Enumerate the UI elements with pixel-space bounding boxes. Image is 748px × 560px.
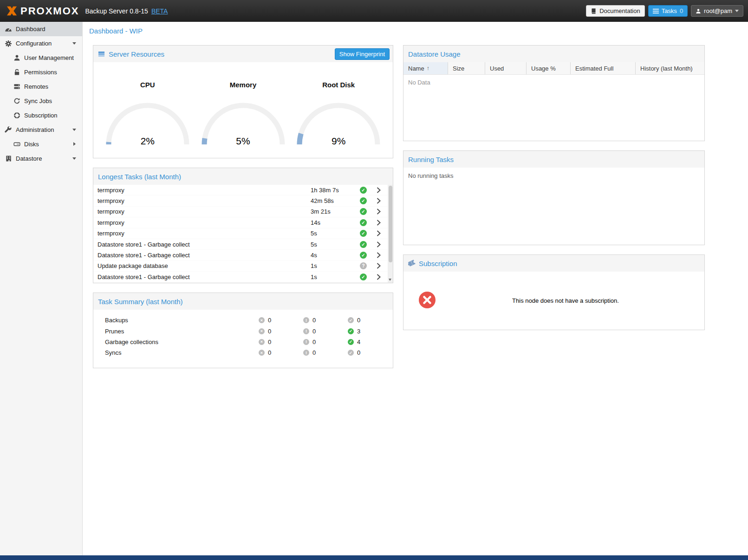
task-row[interactable]: Datastore store1 - Garbage collect 5s ✓ (93, 239, 388, 250)
wrench-icon (5, 126, 12, 134)
gauge-label: CPU (140, 81, 155, 89)
chevron-down-icon[interactable] (72, 157, 76, 160)
refresh-icon (13, 98, 20, 105)
chevron-right-icon[interactable] (377, 198, 388, 204)
chevron-down-icon[interactable] (72, 42, 76, 45)
resource-bars-icon (98, 50, 105, 58)
book-icon (591, 8, 597, 14)
beta-link[interactable]: BETA (151, 7, 168, 15)
status-ok-icon: ✓ (360, 219, 367, 226)
documentation-label: Documentation (599, 7, 640, 14)
sidebar-item-label: Disks (24, 141, 39, 148)
error-count: 0 (268, 349, 271, 356)
ok-count: 0 (357, 317, 360, 324)
warning-count: 0 (312, 339, 316, 345)
summary-row: Syncs ×0 !0 ✓0 (105, 347, 393, 358)
status-unknown-icon: ? (360, 262, 367, 269)
user-menu-button[interactable]: root@pam (691, 5, 743, 17)
summary-row: Garbage collections ×0 !0 ✓4 (105, 337, 393, 347)
chevron-down-icon[interactable] (72, 129, 76, 131)
chevron-right-icon[interactable] (377, 208, 388, 215)
task-row[interactable]: termproxy 42m 58s ✓ (93, 195, 388, 206)
chevron-right-icon[interactable] (377, 230, 388, 236)
warning-icon: ! (303, 350, 309, 356)
sidebar-item-configuration[interactable]: Configuration (0, 36, 82, 51)
error-icon: × (259, 317, 265, 323)
task-row[interactable]: Update package database 1s ? (93, 261, 388, 272)
task-name: termproxy (98, 230, 311, 237)
scrollbar-down-arrow-icon[interactable] (389, 279, 391, 281)
chevron-right-icon[interactable] (377, 263, 388, 269)
task-duration: 5s (311, 241, 360, 248)
status-ok-icon: ✓ (360, 230, 367, 237)
server-icon (13, 83, 20, 91)
sidebar-item-label: Remotes (24, 83, 48, 90)
task-duration: 1s (311, 273, 360, 280)
sidebar-item-label: Subscription (24, 112, 58, 119)
error-icon: × (259, 339, 265, 345)
sidebar-item-label: Datastore (16, 155, 42, 162)
task-name: Update package database (98, 262, 311, 269)
scrollbar-thumb[interactable] (389, 186, 392, 262)
chevron-right-icon[interactable] (73, 142, 76, 146)
column-header-estimated-full[interactable]: Estimated Full (571, 62, 636, 74)
column-header-used[interactable]: Used (485, 62, 527, 74)
warning-icon: ! (303, 328, 309, 334)
column-header-usage-pct[interactable]: Usage % (527, 62, 571, 74)
proxmox-x-icon (6, 5, 18, 17)
support-icon (13, 112, 20, 119)
chevron-right-icon[interactable] (377, 274, 388, 280)
sidebar-item-sync-jobs[interactable]: Sync Jobs (0, 94, 82, 108)
sidebar-item-label: Configuration (16, 40, 52, 47)
summary-label: Syncs (105, 349, 259, 356)
summary-label: Garbage collections (105, 339, 259, 345)
status-ok-icon: ✓ (360, 273, 367, 280)
sidebar-item-label: Sync Jobs (24, 98, 52, 104)
column-header-size[interactable]: Size (448, 62, 485, 74)
hdd-icon (13, 141, 20, 148)
summary-row: Prunes ×0 !0 ✓3 (105, 326, 393, 336)
user-icon (13, 54, 20, 62)
chevron-right-icon[interactable] (377, 187, 388, 193)
column-header-history[interactable]: History (last Month) (636, 62, 704, 74)
column-header-name[interactable]: Name ↑ (403, 62, 448, 74)
sidebar-item-dashboard[interactable]: Dashboard (0, 22, 82, 36)
task-row[interactable]: termproxy 5s ✓ (93, 228, 388, 239)
chevron-right-icon[interactable] (377, 220, 388, 226)
bottom-bar (0, 555, 748, 560)
sidebar-item-administration[interactable]: Administration (0, 123, 82, 137)
datastore-icon (5, 155, 12, 163)
summary-row: Backups ×0 !0 ✓0 (105, 315, 393, 326)
show-fingerprint-button[interactable]: Show Fingerprint (335, 48, 390, 60)
chevron-right-icon[interactable] (377, 241, 388, 247)
gauge-label: Memory (230, 81, 257, 89)
sidebar-item-datastore[interactable]: Datastore (0, 151, 82, 166)
sidebar-item-remotes[interactable]: Remotes (0, 79, 82, 94)
panel-title: Datastore Usage (408, 50, 461, 58)
longest-tasks-header: Longest Tasks (last Month) (93, 168, 393, 185)
task-row[interactable]: termproxy 1h 38m 7s ✓ (93, 185, 388, 195)
documentation-button[interactable]: Documentation (586, 5, 644, 17)
chevron-right-icon[interactable] (377, 252, 388, 258)
proxmox-logo: PROXMOX (6, 5, 79, 17)
vertical-scrollbar[interactable] (388, 185, 393, 283)
task-row[interactable]: termproxy 3m 21s ✓ (93, 207, 388, 217)
sidebar-item-permissions[interactable]: Permissions (0, 65, 82, 79)
longest-tasks-panel: Longest Tasks (last Month) termproxy 1h … (93, 168, 393, 283)
sidebar-item-subscription[interactable]: Subscription (0, 108, 82, 123)
warning-count: 0 (312, 349, 316, 356)
task-row[interactable]: Datastore store1 - Garbage collect 1s ✓ (93, 272, 388, 282)
tasks-button[interactable]: Tasks 0 (648, 5, 688, 17)
task-summary-panel: Task Summary (last Month) Backups ×0 !0 … (93, 293, 393, 368)
sidebar-item-user-management[interactable]: User Management (0, 51, 82, 65)
sidebar-item-disks[interactable]: Disks (0, 137, 82, 151)
task-row[interactable]: Datastore store1 - Garbage collect 4s ✓ (93, 250, 388, 260)
server-resources-panel: Server Resources Show Fingerprint CPU 2% (93, 45, 393, 158)
subscription-panel: Subscription This node does not have a s… (403, 254, 705, 330)
error-icon: × (259, 328, 265, 334)
task-summary-header: Task Summary (last Month) (93, 293, 393, 310)
panel-title: Server Resources (109, 50, 164, 58)
task-row[interactable]: termproxy 14s ✓ (93, 217, 388, 228)
unlock-icon (13, 69, 20, 76)
panel-title: Running Tasks (408, 156, 454, 163)
